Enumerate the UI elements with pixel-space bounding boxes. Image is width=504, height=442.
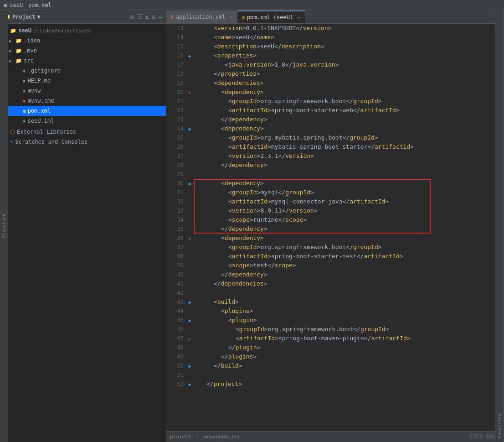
code-line-33[interactable]: <version>8.0.11</version>: [194, 206, 504, 215]
add-icon[interactable]: ⊕: [130, 13, 134, 21]
strip-label-structure[interactable]: Structure: [1, 210, 6, 242]
gutter-40: [185, 270, 194, 279]
code-line-30[interactable]: <dependency>: [194, 179, 504, 188]
code-line-40[interactable]: </dependency>: [194, 270, 504, 279]
gutter-52[interactable]: ◆: [185, 380, 194, 389]
code-line-34[interactable]: <scope>runtime</scope>: [194, 215, 504, 224]
code-line-44[interactable]: <plugins>: [194, 307, 504, 316]
gutter-15: [185, 42, 194, 51]
folder-icon-idea: 📁: [15, 38, 22, 44]
code-line-22[interactable]: <artifactId>spring-boot-starter-web</art…: [194, 106, 504, 115]
code-line-26[interactable]: <artifactId>mybatis-spring-boot-starter<…: [194, 142, 504, 151]
tree-item-gitignore[interactable]: ▶ ▪ .gitignore: [0, 66, 166, 76]
code-line-35[interactable]: </dependency>: [194, 224, 504, 234]
tree-item-mvnwcmd[interactable]: ▶ ▪ mvnw.cmd: [0, 96, 166, 106]
code-line-28[interactable]: </dependency>: [194, 161, 504, 170]
code-line-24[interactable]: <dependency>: [194, 124, 504, 133]
tree-item-seeuiml[interactable]: ▶ ▪ seeU.iml: [0, 116, 166, 126]
code-line-19[interactable]: <dependencies>: [194, 78, 504, 88]
gutter-45[interactable]: ◆: [185, 316, 194, 325]
tree-item-help[interactable]: ▶ ▪ HELP.md: [0, 76, 166, 86]
tree-item-mvn[interactable]: ▶ 📁 .mvn: [0, 46, 166, 56]
tab-close-pom-xml[interactable]: ✕: [297, 15, 300, 21]
gutter-43[interactable]: ◆: [185, 297, 194, 307]
tree-item-scratches[interactable]: ▶ ✎ Scratches and Consoles: [0, 137, 166, 147]
code-line-51[interactable]: [194, 370, 504, 380]
close-panel-icon[interactable]: —: [159, 13, 162, 21]
code-line-23[interactable]: </dependency>: [194, 115, 504, 124]
code-line-41[interactable]: </dependencies>: [194, 279, 504, 288]
sort-icon[interactable]: ⇅: [145, 13, 149, 21]
settings-icon[interactable]: ⚙: [152, 13, 155, 21]
tree-item-extlibs[interactable]: ▶ ⬡ External Libraries: [0, 127, 166, 137]
folder-icon-src: 📁: [15, 58, 22, 64]
tab-close-application-yml[interactable]: ✕: [229, 14, 232, 20]
code-line-49[interactable]: </plugins>: [194, 352, 504, 361]
code-area: 13 14 15 16 17 18 19 20 21 22 23 24 25 2…: [166, 24, 504, 431]
file-icon-pomxml: m: [23, 108, 26, 114]
tree-label-seeuiml: seeU.iml: [28, 118, 54, 124]
gutter-36[interactable]: ↻: [185, 234, 194, 243]
tree-label-src: src: [24, 57, 34, 64]
project-panel: 📁 Project ▼ ⊕ ☰ ⇅ ⚙ — ▼ 📁 seeU E:\IdeaPr…: [0, 10, 166, 442]
tab-pom-xml[interactable]: m pom.xml (seeU) ✕: [237, 10, 305, 23]
code-line-38[interactable]: <artifactId>spring-boot-starter-test</ar…: [194, 252, 504, 261]
code-line-46[interactable]: <groupId>org.springframework.boot</group…: [194, 325, 504, 334]
code-line-36[interactable]: <dependency>: [194, 234, 504, 243]
code-line-43[interactable]: <build>: [194, 297, 504, 307]
code-line-18[interactable]: </properties>: [194, 69, 504, 78]
code-line-45[interactable]: <plugin>: [194, 316, 504, 325]
tree-item-seeu[interactable]: ▼ 📁 seeU E:\IdeaProject\seeU: [0, 26, 166, 36]
tree-label-scratches: Scratches and Consoles: [15, 139, 87, 145]
tree-item-src[interactable]: ▶ 📁 src: [0, 56, 166, 66]
tree-item-idea[interactable]: ▶ 📁 .idea: [0, 36, 166, 46]
code-line-50[interactable]: </build>: [194, 361, 504, 370]
folder-arrow-mvn: ▶: [9, 48, 15, 53]
project-header: 📁 Project ▼ ⊕ ☰ ⇅ ⚙ —: [0, 10, 166, 24]
gutter-24[interactable]: ◆: [185, 124, 194, 133]
gutter: ◆ ↻ ◆ ◆: [185, 24, 194, 431]
project-dropdown-icon[interactable]: ▼: [37, 14, 41, 20]
code-line-47[interactable]: <artifactId>spring-boot-maven-plugin</ar…: [194, 334, 504, 343]
list-icon[interactable]: ☰: [137, 13, 143, 21]
gutter-47[interactable]: ↻: [185, 334, 194, 343]
code-line-17[interactable]: <java.version>1.8</java.version>: [194, 60, 504, 69]
code-line-25[interactable]: <groupId>org.mybatis.spring.boot</groupI…: [194, 133, 504, 142]
code-line-42[interactable]: [194, 288, 504, 297]
code-line-37[interactable]: <groupId>org.springframework.boot</group…: [194, 243, 504, 252]
code-line-31[interactable]: <groupId>mysql</groupId>: [194, 188, 504, 197]
tree-item-pomxml[interactable]: ▶ m pom.xml: [0, 106, 166, 116]
strip-label-favorites[interactable]: Favorites: [497, 410, 502, 442]
breadcrumb-project[interactable]: project: [170, 434, 191, 440]
code-line-27[interactable]: <version>2.3.1</version>: [194, 151, 504, 161]
gutter-50[interactable]: ◆: [185, 361, 194, 370]
right-strip: Favorites: [495, 10, 504, 442]
code-line-13[interactable]: <version>0.0.1-SNAPSHOT</version>: [194, 24, 504, 33]
breadcrumb-dependencies[interactable]: dependencies: [204, 434, 240, 440]
extlibs-icon: ⬡: [10, 129, 15, 135]
code-line-48[interactable]: </plugin>: [194, 343, 504, 352]
code-line-14[interactable]: <name>seeU</name>: [194, 33, 504, 42]
gutter-41: [185, 279, 194, 288]
tab-application-yml[interactable]: A application.yml ✕: [166, 10, 237, 23]
code-line-29[interactable]: [194, 170, 504, 179]
gutter-16[interactable]: ◆: [185, 51, 194, 60]
code-line-21[interactable]: <groupId>org.springframework.boot</group…: [194, 97, 504, 106]
gutter-30[interactable]: ◆: [185, 179, 194, 188]
gutter-48: [185, 343, 194, 352]
file-icon-seeuiml: ▪: [23, 118, 26, 124]
gutter-20[interactable]: ↻: [185, 88, 194, 97]
gutter-34: [185, 215, 194, 224]
gutter-38: [185, 252, 194, 261]
code-line-20[interactable]: <dependency>: [194, 88, 504, 97]
code-line-39[interactable]: <scope>test</scope>: [194, 261, 504, 270]
tree-item-mvnw[interactable]: ▶ ▪ mvnw: [0, 86, 166, 96]
code-line-15[interactable]: <description>seeU</description>: [194, 42, 504, 51]
folder-icon-seeu: 📁: [10, 28, 16, 34]
code-line-32[interactable]: <artifactId>mysql-connector-java</artifa…: [194, 197, 504, 206]
gutter-25: [185, 133, 194, 142]
gutter-22: [185, 106, 194, 115]
code-line-52[interactable]: </project>: [194, 380, 504, 389]
code-line-16[interactable]: <properties>: [194, 51, 504, 60]
tree-label-help: HELP.md: [28, 78, 51, 84]
